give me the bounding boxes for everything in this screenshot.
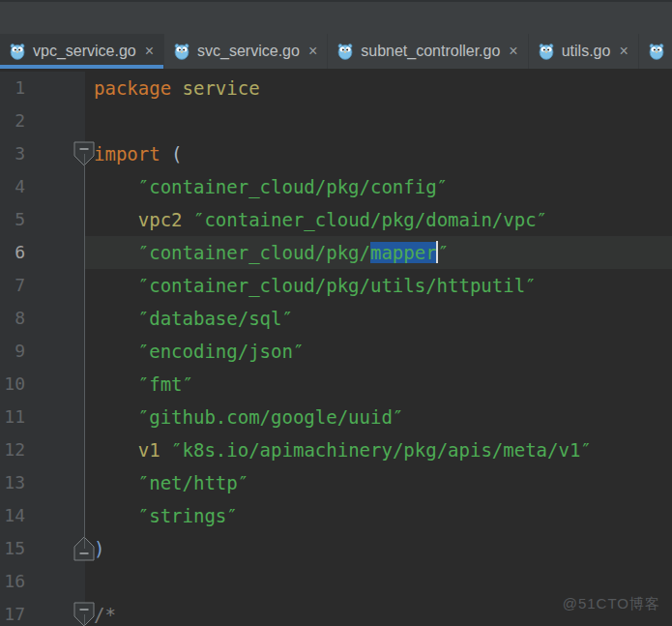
- tab-label: vpc_service.go: [33, 43, 136, 60]
- code-text[interactable]: ″container_cloud/pkg/mapper″: [85, 236, 672, 269]
- go-gopher-icon: [9, 43, 26, 60]
- code-text[interactable]: [85, 104, 672, 137]
- tab-close-icon[interactable]: ×: [619, 44, 628, 59]
- editor-header: vpc_service.go×svc_service.go×subnet_con…: [0, 0, 672, 69]
- line-number: 14: [0, 499, 25, 532]
- code-token: [171, 77, 182, 99]
- ide-window: vpc_service.go×svc_service.go×subnet_con…: [0, 0, 672, 626]
- code-text[interactable]: ″github.com/google/uuid″: [85, 401, 672, 433]
- code-token: ″container_cloud/pkg/utils/httputil″: [94, 275, 537, 296]
- code-token: package: [94, 77, 171, 99]
- code-text[interactable]: ): [85, 532, 672, 565]
- code-text[interactable]: [85, 565, 672, 598]
- code-line: 10 ″fmt″: [0, 368, 672, 401]
- selected-text: mapper: [370, 242, 437, 263]
- tab-close-icon[interactable]: ×: [509, 44, 517, 59]
- code-token: ″container_cloud/pkg/: [94, 242, 370, 263]
- gutter-cell[interactable]: 17: [0, 598, 85, 626]
- tab-close-icon[interactable]: ×: [308, 44, 317, 59]
- line-number: 11: [0, 401, 25, 433]
- code-text[interactable]: ″fmt″: [85, 368, 672, 401]
- gutter-cell[interactable]: 7: [0, 269, 85, 302]
- fold-range-line: [84, 614, 85, 626]
- code-line: 7 ″container_cloud/pkg/utils/httputil″: [0, 269, 672, 302]
- tab-close-icon[interactable]: ×: [145, 44, 154, 59]
- code-text[interactable]: vpc2 ″container_cloud/pkg/domain/vpc″: [85, 203, 672, 236]
- tab-vpc_service.go[interactable]: vpc_service.go×: [0, 34, 164, 69]
- go-gopher-icon: [173, 43, 190, 60]
- code-token: [161, 143, 171, 164]
- line-number: 16: [0, 565, 25, 598]
- code-token: ″container_cloud/pkg/config″: [94, 176, 448, 197]
- code-token: /*: [94, 604, 116, 625]
- code-token: ″encoding/json″: [94, 341, 304, 362]
- line-number: 7: [0, 269, 25, 302]
- code-line: 14 ″strings″: [0, 499, 672, 532]
- code-token: [183, 209, 193, 230]
- code-line: 11 ″github.com/google/uuid″: [0, 401, 672, 433]
- code-line: 8 ″database/sql″: [0, 302, 672, 335]
- line-number: 4: [0, 170, 25, 203]
- tab-utils.go[interactable]: utils.go×: [529, 34, 639, 69]
- code-token: import: [94, 143, 161, 164]
- gutter-cell[interactable]: 2: [0, 104, 85, 137]
- code-token: ″: [438, 242, 449, 263]
- code-token: ″github.com/google/uuid″: [94, 406, 403, 428]
- line-number: 2: [0, 104, 25, 137]
- line-number: 9: [0, 335, 25, 368]
- code-line: 5 vpc2 ″container_cloud/pkg/domain/vpc″: [0, 203, 672, 236]
- line-number: 10: [0, 368, 25, 401]
- line-number: 12: [0, 433, 25, 466]
- gutter-cell[interactable]: 10: [0, 368, 85, 401]
- code-token: ″fmt″: [94, 373, 193, 395]
- gutter-cell[interactable]: 1: [0, 72, 85, 104]
- tab-label: utils.go: [562, 43, 611, 60]
- gutter-cell[interactable]: 14: [0, 499, 85, 532]
- tab-label: svc_service.go: [197, 43, 300, 60]
- code-line: 6 ″container_cloud/pkg/mapper″: [0, 236, 672, 269]
- code-text[interactable]: ″container_cloud/pkg/utils/httputil″: [85, 269, 672, 302]
- code-text[interactable]: ″net/http″: [85, 466, 672, 499]
- code-token: v1: [138, 439, 161, 461]
- line-number: 1: [0, 72, 25, 104]
- gutter-cell[interactable]: 3: [0, 137, 85, 170]
- code-line: 2: [0, 104, 672, 137]
- code-text[interactable]: ″strings″: [85, 499, 672, 532]
- gutter-cell[interactable]: 13: [0, 466, 85, 499]
- gutter-cell[interactable]: 4: [0, 170, 85, 203]
- gutter-cell[interactable]: 15: [0, 532, 85, 565]
- code-token: ): [94, 538, 104, 559]
- tab-svc_service.go[interactable]: svc_service.go×: [164, 34, 328, 69]
- code-line: 15): [0, 532, 672, 565]
- code-token: ″strings″: [94, 505, 238, 526]
- line-number: 15: [0, 532, 25, 565]
- gutter-cell[interactable]: 12: [0, 433, 85, 466]
- gutter-cell[interactable]: 11: [0, 401, 85, 433]
- gutter-cell[interactable]: 5: [0, 203, 85, 236]
- go-gopher-icon: [648, 43, 665, 60]
- code-text[interactable]: ″database/sql″: [85, 302, 672, 335]
- code-editor[interactable]: 1package service23import (4 ″container_c…: [0, 69, 672, 626]
- code-token: ″container_cloud/pkg/domain/vpc″: [193, 209, 547, 230]
- go-gopher-icon: [538, 43, 555, 60]
- gutter-cell[interactable]: 9: [0, 335, 85, 368]
- tab-label: subnet_controller.go: [361, 43, 500, 60]
- code-line: 12 v1 ″k8s.io/apimachinery/pkg/apis/meta…: [0, 433, 672, 466]
- tab-subnet_controller.go[interactable]: subnet_controller.go×: [328, 34, 528, 69]
- code-token: ″k8s.io/apimachinery/pkg/apis/meta/v1″: [171, 439, 592, 461]
- fold-range-line: [84, 154, 85, 549]
- gutter-cell[interactable]: 6: [0, 236, 85, 269]
- go-gopher-icon: [336, 43, 354, 60]
- gutter-cell[interactable]: 16: [0, 565, 85, 598]
- code-line: 4 ″container_cloud/pkg/config″: [0, 170, 672, 203]
- line-number: 13: [0, 466, 25, 499]
- gutter-cell[interactable]: 8: [0, 302, 85, 335]
- code-text[interactable]: ″container_cloud/pkg/config″: [85, 170, 672, 203]
- code-text[interactable]: v1 ″k8s.io/apimachinery/pkg/apis/meta/v1…: [85, 433, 672, 466]
- line-number: 6: [0, 236, 25, 269]
- code-text[interactable]: import (: [85, 137, 672, 170]
- tab-partial[interactable]: [639, 34, 672, 69]
- code-line: 1package service: [0, 72, 672, 104]
- code-text[interactable]: package service: [85, 72, 672, 104]
- code-text[interactable]: ″encoding/json″: [85, 335, 672, 368]
